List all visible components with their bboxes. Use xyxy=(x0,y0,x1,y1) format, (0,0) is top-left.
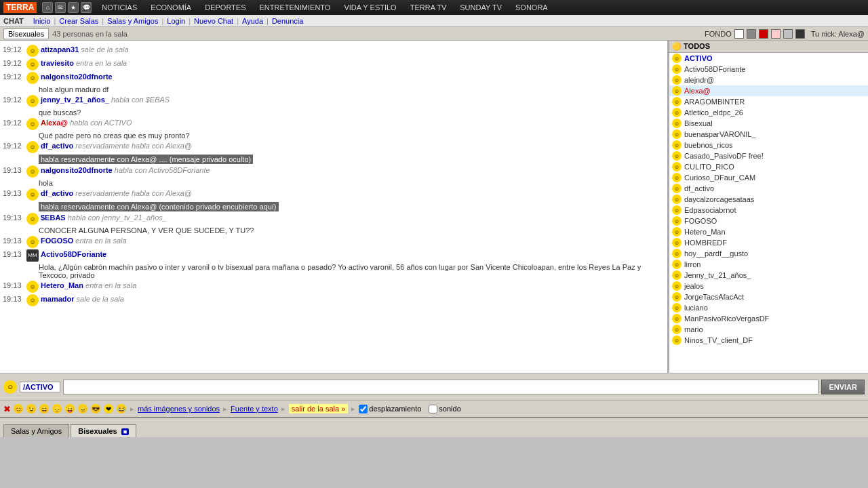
chat-nav-salas[interactable]: Salas y Amigos xyxy=(107,17,158,25)
more-images-link[interactable]: más imágenes y sonidos xyxy=(138,405,220,413)
user-list-item[interactable]: ☺ ManPasivoRicoVergasDF xyxy=(669,313,868,324)
nav-terratv[interactable]: TERRA TV xyxy=(403,2,454,13)
msg-block: habla reservadamente con Alexa@ .... (me… xyxy=(39,155,665,164)
user-list-item[interactable]: ☺ Bisexual xyxy=(669,118,868,129)
recipient-display[interactable]: /ACTIVO xyxy=(20,382,60,392)
user-list-item[interactable]: ☺ CULITO_RICO xyxy=(669,161,868,172)
chat-nav-inicio[interactable]: Inicio xyxy=(33,17,51,25)
emoji-laugh[interactable]: 😂 xyxy=(116,403,127,414)
user-list-item-activo[interactable]: ☺ ACTIVO xyxy=(669,53,868,64)
salir-link[interactable]: salir de la sala » xyxy=(289,404,349,413)
emoji-heart[interactable]: ❤ xyxy=(103,403,114,414)
tab-salas-amigos[interactable]: Salas y Amigos xyxy=(3,424,69,437)
sonido-label: sonido xyxy=(439,405,460,413)
user-list-item[interactable]: ☺ Atletico_eldpc_26 xyxy=(669,107,868,118)
msg-username[interactable]: nalgonsito20dfnorte xyxy=(41,166,113,174)
nav-sonora[interactable]: SONORA xyxy=(509,2,555,13)
msg-username[interactable]: df_activo xyxy=(41,189,73,197)
color-box-silver[interactable] xyxy=(783,29,793,39)
user-list-item[interactable]: ☺ JorgeTacsAfacAct xyxy=(669,291,868,302)
nav-icon-star[interactable]: ★ xyxy=(68,2,79,13)
user-icon: ☺ xyxy=(672,314,682,323)
color-box-red[interactable] xyxy=(759,29,768,39)
msg-username[interactable]: df_activo xyxy=(41,142,73,150)
chat-nav-denuncia[interactable]: Denuncia xyxy=(272,17,303,25)
logo[interactable]: terra xyxy=(3,2,37,13)
user-list-item[interactable]: ☺ Ninos_TV_client_DF xyxy=(669,335,868,346)
nav-deportes[interactable]: DEPORTES xyxy=(198,2,252,13)
nav-vida[interactable]: VIDA Y ESTILO xyxy=(337,2,403,13)
color-box-gray[interactable] xyxy=(747,29,756,39)
tab-bisexuales[interactable]: Bisexuales ■ xyxy=(71,424,136,437)
emoji-sad[interactable]: 😞 xyxy=(52,403,62,414)
msg-username[interactable]: nalgonsito20dfnorte xyxy=(41,73,113,81)
user-list-item-alexa[interactable]: ☺ Alexa@ xyxy=(669,85,868,96)
user-icon: ☺ xyxy=(672,249,682,258)
emoji-angry[interactable]: 😠 xyxy=(77,403,88,414)
sonido-checkbox[interactable]: sonido xyxy=(429,405,460,413)
user-list-item[interactable]: ☺ Jenny_tv_21_años_ xyxy=(669,270,868,281)
user-list-item[interactable]: ☺ hoy__pardf__gusto xyxy=(669,248,868,259)
msg-username[interactable]: mamador xyxy=(41,295,75,303)
user-list-item[interactable]: ☺ Hetero_Man xyxy=(669,226,868,237)
user-list-item[interactable]: ☺ HOMBREDF xyxy=(669,237,868,248)
emoji-tongue[interactable]: 😛 xyxy=(64,403,75,414)
chat-message: 19:12 ☺ Alexa@ habla con ACTIVO xyxy=(3,118,665,130)
msg-username[interactable]: traviesito xyxy=(41,59,74,67)
user-list-item[interactable]: ☺ luciano xyxy=(669,302,868,313)
msg-username[interactable]: jenny_tv_21_años_ xyxy=(41,96,109,104)
emoji-smile[interactable]: 😊 xyxy=(13,403,24,414)
user-list-item[interactable]: ☺ alejndr@ xyxy=(669,75,868,85)
msg-username[interactable]: Alexa@ xyxy=(41,119,68,127)
user-list-item[interactable]: ☺ lirron xyxy=(669,259,868,270)
emoji-grin[interactable]: 😄 xyxy=(39,403,50,414)
user-list-item[interactable]: ☺ buenasparVARONIL_ xyxy=(669,129,868,140)
user-list-item[interactable]: ☺ Activo58DForiante xyxy=(669,64,868,75)
user-list-item[interactable]: ☺ mario xyxy=(669,324,868,335)
msg-username[interactable]: Activo58DForiante xyxy=(41,250,106,258)
color-box-white[interactable] xyxy=(734,29,744,39)
nav-entretenimiento[interactable]: ENTRETENIMIENTO xyxy=(253,2,338,13)
nav-economia[interactable]: ECONOMÍA xyxy=(144,2,198,13)
user-list-item[interactable]: ☺ FOGOSO xyxy=(669,216,868,226)
msg-time: 19:12 xyxy=(3,95,24,105)
color-box-dark[interactable] xyxy=(795,29,805,39)
msg-username[interactable]: atizapan31 xyxy=(41,45,79,54)
msg-username[interactable]: $EBAS xyxy=(41,214,66,222)
msg-username[interactable]: FOGOSO xyxy=(41,237,73,245)
user-icon: ☺ xyxy=(672,140,682,150)
nav-icon-home[interactable]: ⌂ xyxy=(42,2,53,13)
nav-noticias[interactable]: NOTICIAS xyxy=(95,2,144,13)
close-icon[interactable]: ✖ xyxy=(3,404,11,414)
user-list-item[interactable]: ☺ Edpasociabrnot xyxy=(669,205,868,216)
send-button[interactable]: ENVIAR xyxy=(821,380,865,394)
user-list-item[interactable]: ☺ df_activo xyxy=(669,183,868,194)
user-list-item[interactable]: ☺ Casado_PasivoDF free! xyxy=(669,150,868,161)
desplazamiento-check[interactable] xyxy=(359,405,368,413)
msg-time: 19:12 xyxy=(3,141,24,151)
emoji-wink[interactable]: 😉 xyxy=(26,403,37,414)
nav-icon-chat[interactable]: 💬 xyxy=(81,2,92,13)
user-list-item[interactable]: ☺ jealos xyxy=(669,281,868,291)
sonido-check[interactable] xyxy=(429,405,437,413)
chat-nav-login[interactable]: Login xyxy=(167,17,185,25)
chat-area[interactable]: 19:12 ☺ atizapan31 sale de la sala 19:12… xyxy=(0,41,668,373)
chat-input[interactable] xyxy=(63,380,818,394)
font-text-link[interactable]: Fuente y texto xyxy=(231,405,278,413)
chat-nav-ayuda[interactable]: Ayuda xyxy=(242,17,263,25)
chat-nav-crear[interactable]: Crear Salas xyxy=(59,17,98,25)
user-icon: ☺ xyxy=(672,303,682,312)
emoji-cool[interactable]: 😎 xyxy=(90,403,101,414)
room-tab[interactable]: Bisexuales xyxy=(3,28,49,39)
color-box-pink[interactable] xyxy=(771,29,781,39)
desplazamiento-checkbox[interactable]: desplazamiento xyxy=(359,405,421,413)
chat-nav-nuevo[interactable]: Nuevo Chat xyxy=(194,17,233,25)
msg-username[interactable]: Hetero_Man xyxy=(41,281,83,289)
user-list-item[interactable]: ☺ ARAGOMBINTER xyxy=(669,96,868,107)
nav-sundaytv[interactable]: SUNDAY TV xyxy=(453,2,509,13)
user-list-item[interactable]: ☺ buebnos_ricos xyxy=(669,140,868,150)
user-list-item[interactable]: ☺ daycalzorcagesataas xyxy=(669,194,868,205)
user-list-item[interactable]: ☺ Curioso_DFaur_CAM xyxy=(669,172,868,183)
msg-time: 19:12 xyxy=(3,58,24,68)
nav-icon-mail[interactable]: ✉ xyxy=(55,2,66,13)
